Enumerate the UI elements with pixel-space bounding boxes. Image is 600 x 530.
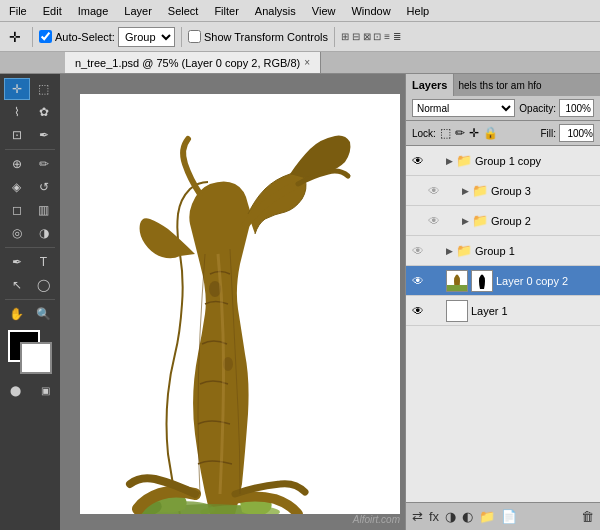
panel-tab-hels[interactable]: hels (458, 80, 476, 91)
menu-layer[interactable]: Layer (119, 3, 157, 19)
quick-select-tool[interactable]: ✿ (31, 101, 57, 123)
menu-file[interactable]: File (4, 3, 32, 19)
tool-row-1: ✛ ⬚ (4, 78, 57, 100)
menu-analysis[interactable]: Analysis (250, 3, 301, 19)
brush-tool[interactable]: ✏ (31, 153, 57, 175)
screen-mode-icon[interactable]: ▣ (32, 379, 58, 401)
clone-tool[interactable]: ◈ (4, 176, 30, 198)
eyedropper-tool[interactable]: ✒ (31, 124, 57, 146)
document-tab[interactable]: n_tree_1.psd @ 75% (Layer 0 copy 2, RGB/… (65, 52, 321, 73)
hand-tool[interactable]: ✋ (4, 303, 30, 325)
group-expand-arrow[interactable]: ▶ (462, 186, 469, 196)
menu-select[interactable]: Select (163, 3, 204, 19)
layer-visibility-toggle[interactable]: 👁 (410, 243, 426, 259)
auto-select-dropdown[interactable]: Group Layer (118, 27, 175, 47)
lock-position-icon[interactable]: ✛ (469, 126, 479, 140)
group-expand-arrow[interactable]: ▶ (446, 246, 453, 256)
tool-row-3: ⊡ ✒ (4, 124, 57, 146)
select-tool[interactable]: ⬚ (31, 78, 57, 100)
layer-visibility-toggle[interactable]: 👁 (410, 273, 426, 289)
menu-image[interactable]: Image (73, 3, 114, 19)
pen-tool[interactable]: ✒ (4, 251, 30, 273)
panel-other-tabs: hels ths tor am hfo (454, 74, 545, 96)
canvas-area: Alfoirt.com (60, 74, 405, 530)
shape-tool[interactable]: ◯ (31, 274, 57, 296)
tab-close-button[interactable]: × (304, 57, 310, 68)
tool-row-5: ◈ ↺ (4, 176, 57, 198)
menu-bar: File Edit Image Layer Select Filter Anal… (0, 0, 600, 22)
path-select-tool[interactable]: ↖ (4, 274, 30, 296)
layer-item[interactable]: 👁 ▶ 📁 Group 1 copy (406, 146, 600, 176)
left-toolbar: ✛ ⬚ ⌇ ✿ ⊡ ✒ ⊕ ✏ ◈ ↺ ◻ ▥ ◎ ◑ ✒ (0, 74, 60, 530)
delete-layer-icon[interactable]: 🗑 (581, 509, 594, 524)
tool-row-6: ◻ ▥ (4, 199, 57, 221)
zoom-tool[interactable]: 🔍 (31, 303, 57, 325)
menu-view[interactable]: View (307, 3, 341, 19)
layer-visibility-toggle[interactable]: 👁 (410, 303, 426, 319)
show-transform-checkbox[interactable] (188, 30, 201, 43)
new-group-icon[interactable]: 📁 (479, 509, 495, 524)
quick-mask-icon[interactable]: ⬤ (2, 379, 28, 401)
tool-row-10: ✋ 🔍 (4, 303, 57, 325)
link-layers-icon[interactable]: ⇄ (412, 509, 423, 524)
adjustment-layer-icon[interactable]: ◐ (462, 509, 473, 524)
lasso-tool[interactable]: ⌇ (4, 101, 30, 123)
tool-row-7: ◎ ◑ (4, 222, 57, 244)
layer-item[interactable]: 👁 ▶ 📁 Group 2 (406, 206, 600, 236)
layer-item[interactable]: 👁 ▶ 📁 Group 1 (406, 236, 600, 266)
toolbar-sep-1 (32, 27, 33, 47)
blur-tool[interactable]: ◎ (4, 222, 30, 244)
heal-tool[interactable]: ⊕ (4, 153, 30, 175)
color-picker[interactable] (8, 330, 52, 374)
tool-row-2: ⌇ ✿ (4, 101, 57, 123)
menu-window[interactable]: Window (346, 3, 395, 19)
panel-tab-am[interactable]: am (511, 80, 525, 91)
layer-style-icon[interactable]: fx (429, 509, 439, 524)
dodge-tool[interactable]: ◑ (31, 222, 57, 244)
menu-edit[interactable]: Edit (38, 3, 67, 19)
panel-tab-tor[interactable]: tor (496, 80, 508, 91)
blend-mode-dropdown[interactable]: Normal Multiply Screen (412, 99, 515, 117)
document-tab-bar: n_tree_1.psd @ 75% (Layer 0 copy 2, RGB/… (0, 52, 600, 74)
lock-image-icon[interactable]: ✏ (455, 126, 465, 140)
new-layer-icon[interactable]: 📄 (501, 509, 517, 524)
show-transform-label: Show Transform Controls (204, 31, 328, 43)
layer-item[interactable]: 👁 Layer 0 copy 2 (406, 266, 600, 296)
text-tool[interactable]: T (31, 251, 57, 273)
move-tool[interactable]: ✛ (4, 78, 30, 100)
toolbar-sep-3 (334, 27, 335, 47)
group-expand-arrow[interactable]: ▶ (446, 156, 453, 166)
layer-item[interactable]: 👁 Layer 1 (406, 296, 600, 326)
group-expand-arrow[interactable]: ▶ (462, 216, 469, 226)
tool-row-4: ⊕ ✏ (4, 153, 57, 175)
layer-visibility-toggle[interactable]: 👁 (410, 153, 426, 169)
panel-tab-hfo[interactable]: hfo (528, 80, 542, 91)
layers-tab[interactable]: Layers (406, 74, 454, 96)
layer-visibility-toggle[interactable]: 👁 (426, 213, 442, 229)
opacity-input[interactable] (559, 99, 594, 117)
panel-tab-ths[interactable]: ths (480, 80, 493, 91)
layers-blend-row: Normal Multiply Screen Opacity: (406, 96, 600, 121)
show-transform-group: Show Transform Controls (188, 30, 328, 43)
fill-input[interactable] (559, 124, 594, 142)
menu-help[interactable]: Help (402, 3, 435, 19)
layer-item[interactable]: 👁 ▶ 📁 Group 3 (406, 176, 600, 206)
layer-visibility-toggle[interactable]: 👁 (426, 183, 442, 199)
lock-transparent-icon[interactable]: ⬚ (440, 126, 451, 140)
eraser-tool[interactable]: ◻ (4, 199, 30, 221)
menu-filter[interactable]: Filter (209, 3, 243, 19)
layer-name: Layer 1 (471, 305, 596, 317)
move-tool-icon[interactable]: ✛ (4, 26, 26, 48)
history-tool[interactable]: ↺ (31, 176, 57, 198)
gradient-tool[interactable]: ▥ (31, 199, 57, 221)
tool-sep-1 (5, 149, 55, 150)
background-color[interactable] (20, 342, 52, 374)
canvas-document[interactable] (80, 94, 400, 514)
crop-tool[interactable]: ⊡ (4, 124, 30, 146)
layer-name: Layer 0 copy 2 (496, 275, 596, 287)
auto-select-checkbox[interactable] (39, 30, 52, 43)
options-toolbar: ✛ Auto-Select: Group Layer Show Transfor… (0, 22, 600, 52)
layer-mask-icon[interactable]: ◑ (445, 509, 456, 524)
layers-footer: ⇄ fx ◑ ◐ 📁 📄 🗑 (406, 502, 600, 530)
lock-all-icon[interactable]: 🔒 (483, 126, 498, 140)
